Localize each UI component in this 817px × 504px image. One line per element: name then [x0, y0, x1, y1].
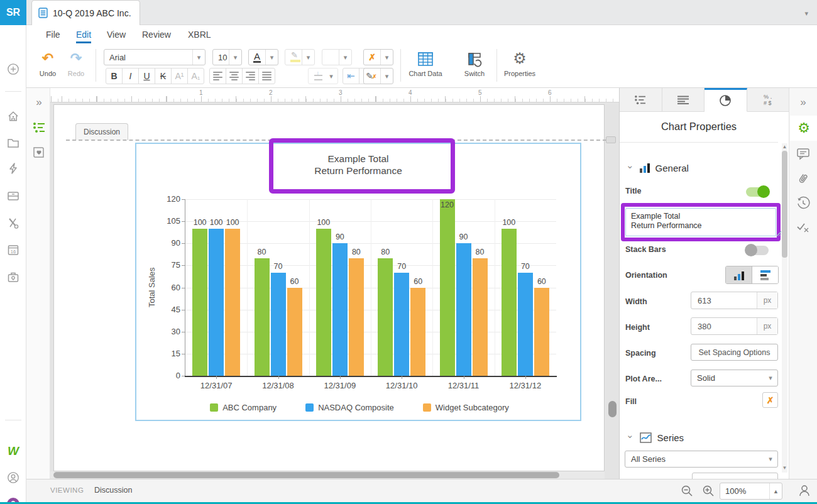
expand-rail-icon[interactable]	[32, 96, 46, 109]
document-tab[interactable]: 10-Q 2019 ABC Inc.	[31, 0, 140, 25]
x-circle-icon[interactable]	[7, 217, 19, 229]
review-check-icon[interactable]	[796, 221, 810, 234]
comments-icon[interactable]	[796, 147, 810, 161]
chart-title-input[interactable]: Example Total Return Performance	[625, 208, 776, 236]
bookmark-heart-icon[interactable]	[32, 146, 46, 160]
document-canvas[interactable]: 123456 Discussion 0153045607590105120100…	[50, 88, 619, 479]
italic-button[interactable]: I	[122, 68, 139, 84]
font-color-caret-icon[interactable]	[265, 50, 278, 65]
canvas-vertical-scrollbar[interactable]	[608, 401, 617, 417]
bar[interactable]	[332, 243, 348, 376]
bar[interactable]	[518, 273, 533, 376]
workspace-badge[interactable]: SR	[0, 0, 26, 25]
panel-scroll-up-icon[interactable]: ▲	[782, 144, 787, 150]
border-style-caret-icon[interactable]	[339, 50, 351, 65]
properties-button[interactable]: Properties	[500, 50, 539, 77]
spacing-options-button[interactable]: Set Spacing Options	[691, 344, 778, 361]
embedded-chart[interactable]: 015304560759010512010010010012/31/078070…	[135, 143, 581, 421]
bar[interactable]	[378, 258, 393, 376]
bar[interactable]	[316, 229, 331, 376]
section-tab[interactable]: Discussion	[75, 123, 128, 140]
series-select[interactable]: All Series	[625, 451, 778, 468]
orientation-vertical-button[interactable]	[726, 266, 752, 283]
font-family-caret-icon[interactable]	[192, 50, 205, 65]
toolbox-icon[interactable]	[7, 271, 19, 283]
tab-chart-properties[interactable]	[705, 88, 747, 112]
presence-user-icon[interactable]	[798, 484, 811, 498]
font-size-caret-icon[interactable]	[229, 50, 241, 65]
bar[interactable]	[225, 229, 240, 376]
bar[interactable]	[192, 229, 207, 376]
header-chevron-down-icon[interactable]	[804, 7, 808, 18]
format-painter-button[interactable]	[363, 68, 393, 84]
stack-bars-toggle[interactable]	[746, 246, 769, 255]
canvas-horizontal-scrollbar[interactable]	[53, 472, 559, 478]
panel-scroll-down-icon[interactable]: ▼	[782, 465, 787, 471]
bold-button[interactable]: B	[106, 68, 123, 84]
calendar-icon[interactable]: 16	[7, 244, 19, 256]
font-size-select[interactable]: 10	[212, 49, 242, 65]
format-painter-caret-icon[interactable]	[380, 68, 393, 84]
bolt-icon[interactable]	[7, 162, 19, 175]
tab-paragraph[interactable]	[662, 88, 705, 112]
width-input[interactable]: 613	[691, 292, 757, 309]
clear-formatting-button[interactable]	[363, 49, 393, 65]
tab-outline[interactable]	[620, 88, 662, 112]
clear-formatting-caret-icon[interactable]	[380, 50, 393, 65]
chevron-down-icon[interactable]	[626, 432, 634, 443]
align-right-button[interactable]	[242, 68, 259, 84]
bar[interactable]	[456, 243, 471, 376]
menu-edit[interactable]: Edit	[76, 30, 91, 43]
account-icon[interactable]	[7, 471, 19, 484]
tab-number-format[interactable]: % ․# $	[747, 88, 789, 112]
storage-box-icon[interactable]	[7, 190, 19, 202]
workiva-logo[interactable]: W	[7, 445, 19, 457]
zoom-out-button[interactable]	[681, 485, 693, 497]
switch-button[interactable]: Switch	[456, 50, 493, 77]
menu-view[interactable]: View	[107, 30, 126, 40]
bar[interactable]	[271, 273, 286, 376]
bar[interactable]	[502, 229, 517, 376]
plot-area-select[interactable]: Solid	[691, 370, 778, 386]
menu-file[interactable]: File	[46, 30, 60, 40]
font-family-select[interactable]: Arial	[104, 49, 206, 65]
bar[interactable]	[440, 199, 455, 376]
bar[interactable]	[473, 258, 488, 376]
highlight-color-button[interactable]	[285, 49, 315, 65]
border-style-button[interactable]	[322, 49, 352, 65]
vertical-align-button[interactable]	[308, 68, 338, 84]
history-icon[interactable]	[796, 196, 810, 210]
zoom-caret-up-icon[interactable]	[769, 483, 782, 499]
bar[interactable]	[349, 258, 364, 376]
textarea-resize-handle[interactable]	[776, 231, 781, 236]
menu-xbrl[interactable]: XBRL	[188, 30, 211, 40]
properties-rail-tile[interactable]	[790, 116, 817, 141]
legend-item[interactable]: NASDAQ Composite	[305, 403, 394, 412]
general-section-header[interactable]: General	[626, 162, 689, 173]
title-toggle[interactable]	[746, 187, 769, 197]
partial-control[interactable]	[692, 473, 778, 479]
zoom-in-button[interactable]	[702, 485, 715, 497]
superscript-button[interactable]: A¹	[171, 68, 188, 84]
series-section-header[interactable]: Series	[626, 432, 684, 443]
bar[interactable]	[394, 273, 409, 376]
zoom-level-select[interactable]: 100%	[720, 483, 782, 500]
canvas-horizontal-scrollbar-track[interactable]	[50, 471, 605, 479]
section-break-marker[interactable]	[606, 136, 616, 143]
plot-area-caret-icon[interactable]	[764, 374, 777, 382]
outdent-button[interactable]	[343, 68, 359, 84]
bar[interactable]	[209, 229, 224, 376]
collapse-panel-icon[interactable]	[796, 96, 810, 109]
redo-button[interactable]: Redo	[57, 50, 96, 77]
panel-scrollbar[interactable]	[782, 151, 787, 258]
font-color-button[interactable]: A	[248, 49, 278, 65]
vertical-align-caret-icon[interactable]	[325, 68, 337, 84]
chevron-down-icon[interactable]	[626, 162, 634, 173]
fill-clear-button[interactable]	[762, 392, 778, 408]
home-icon[interactable]	[7, 110, 19, 123]
highlight-caret-icon[interactable]	[302, 50, 314, 65]
strikethrough-button[interactable]: K	[155, 68, 172, 84]
subscript-button[interactable]: A₁	[187, 68, 204, 84]
legend-item[interactable]: Widget Subcategory	[423, 403, 509, 412]
bar[interactable]	[410, 288, 425, 376]
